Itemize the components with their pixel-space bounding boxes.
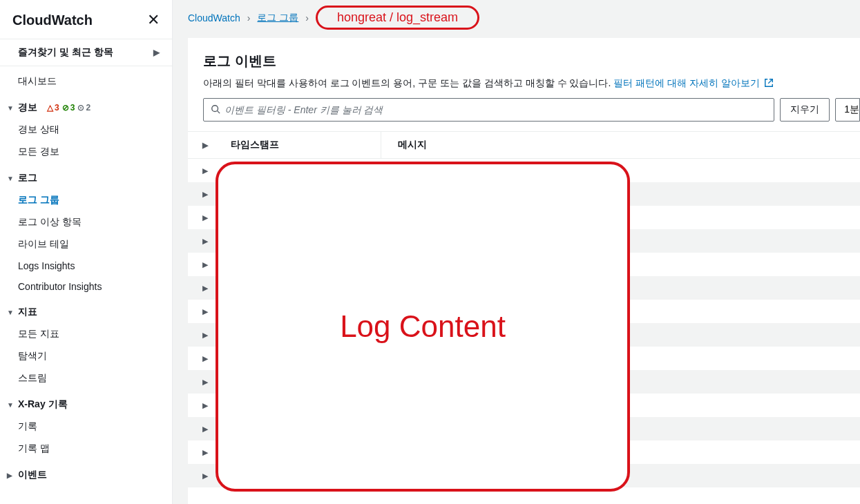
sidebar-item-traces[interactable]: 기록 (0, 416, 172, 438)
sidebar-group-metrics-title[interactable]: ▼ 지표 (0, 301, 172, 323)
alarm-red-count: 3 (55, 103, 59, 113)
clear-button[interactable]: 지우기 (780, 98, 830, 122)
card-desc-text: 아래의 필터 막대를 사용하여 로그 이벤트의 용어, 구문 또는 값을 검색하… (203, 77, 613, 88)
sidebar-item-explorer[interactable]: 탐색기 (0, 345, 172, 367)
sidebar-item-alarm-state[interactable]: 경보 상태 (0, 119, 172, 141)
xray-label: X-Ray 기록 (18, 398, 68, 411)
sidebar-item-stream[interactable]: 스트림 (0, 367, 172, 389)
table-header: ▶ 타임스탬프 메시지 (188, 131, 860, 159)
alarm-badges: △3 ⊘3 ⊙2 (47, 103, 90, 113)
search-input[interactable] (224, 104, 767, 115)
time-range-button[interactable]: 1분 (835, 98, 860, 122)
sidebar-group-events: ▶ 이벤트 (0, 464, 172, 486)
sidebar-item-live-tail[interactable]: 라이브 테일 (0, 233, 172, 255)
chevron-right-icon: ▶ (153, 48, 160, 57)
sidebar-group-metrics: ▼ 지표 모든 지표 탐색기 스트림 (0, 301, 172, 389)
sidebar-group-xray: ▼ X-Ray 기록 기록 기록 맵 (0, 394, 172, 460)
caret-down-icon: ▼ (7, 401, 14, 409)
alarm-grey-count: 2 (86, 103, 90, 113)
alarm-green-count: 3 (70, 103, 75, 113)
card-title: 로그 이벤트 (203, 52, 860, 77)
search-icon (211, 104, 220, 116)
sidebar-favorites[interactable]: 즐겨찾기 및 최근 항목 ▶ (0, 39, 172, 66)
logs-label: 로그 (18, 172, 37, 184)
sidebar-group-events-title[interactable]: ▶ 이벤트 (0, 464, 172, 486)
sidebar-item-log-groups[interactable]: 로그 그룹 (0, 189, 172, 211)
alarm-check-icon: ⊘3 (62, 103, 75, 113)
sidebar-group-alarms-title[interactable]: ▼ 경보 △3 ⊘3 ⊙2 (0, 97, 172, 119)
caret-right-icon: ▶ (202, 141, 208, 150)
sidebar-group-logs: ▼ 로그 로그 그룹 로그 이상 항목 라이브 테일 Logs Insights… (0, 167, 172, 297)
close-icon[interactable]: ✕ (147, 11, 160, 29)
alarms-label: 경보 (18, 101, 37, 114)
svg-point-0 (212, 105, 218, 111)
sidebar-item-log-anomalies[interactable]: 로그 이상 항목 (0, 211, 172, 233)
sidebar-group-alarms: ▼ 경보 △3 ⊘3 ⊙2 경보 상태 모든 경보 (0, 97, 172, 163)
breadcrumb-current-label: hongreat / log_stream (337, 10, 458, 25)
sidebar-header: CloudWatch ✕ (0, 0, 172, 35)
metrics-label: 지표 (18, 306, 37, 318)
sidebar-item-trace-map[interactable]: 기록 맵 (0, 438, 172, 460)
search-input-wrap[interactable] (203, 98, 774, 122)
sidebar-item-logs-insights[interactable]: Logs Insights (0, 255, 172, 276)
alarm-circle-icon: ⊙2 (77, 103, 90, 113)
sidebar-group-xray-title[interactable]: ▼ X-Ray 기록 (0, 394, 172, 416)
breadcrumb-cloudwatch[interactable]: CloudWatch (188, 12, 240, 23)
caret-down-icon: ▼ (7, 175, 14, 182)
caret-right-icon: ▶ (7, 472, 14, 479)
sidebar-nav: 대시보드 ▼ 경보 △3 ⊘3 ⊙2 경보 상태 모든 경보 ▼ 로그 (0, 66, 172, 486)
favorites-label: 즐겨찾기 및 최근 항목 (18, 46, 113, 59)
filter-pattern-link[interactable]: 필터 패턴에 대해 자세히 알아보기 (613, 77, 773, 88)
log-events-card: 로그 이벤트 아래의 필터 막대를 사용하여 로그 이벤트의 용어, 구문 또는… (188, 38, 860, 504)
chevron-right-icon: › (305, 12, 309, 23)
time-range-label: 1분 (844, 104, 859, 116)
caret-down-icon: ▼ (7, 309, 14, 316)
col-timestamp[interactable]: 타임스탬프 (222, 132, 381, 158)
sidebar-item-contributor-insights[interactable]: Contributor Insights (0, 276, 172, 297)
col-message[interactable]: 메시지 (381, 132, 860, 158)
filter-pattern-link-label: 필터 패턴에 대해 자세히 알아보기 (613, 77, 760, 88)
breadcrumb-current-highlight: hongreat / log_stream (316, 6, 479, 30)
sidebar-group-logs-title[interactable]: ▼ 로그 (0, 167, 172, 189)
overlay-label: Log Content (340, 309, 506, 344)
log-content-overlay: Log Content (216, 162, 630, 492)
sidebar-item-all-metrics[interactable]: 모든 지표 (0, 323, 172, 345)
breadcrumb: CloudWatch › 로그 그룹 › hongreat / log_stre… (173, 0, 860, 38)
app-title: CloudWatch (12, 12, 93, 28)
main-content: CloudWatch › 로그 그룹 › hongreat / log_stre… (173, 0, 860, 504)
alarm-triangle-icon: △3 (47, 103, 59, 113)
caret-down-icon: ▼ (7, 104, 14, 112)
search-row: 지우기 1분 (203, 98, 860, 131)
table-rows: ▶▶▶▶▶▶▶▶▶▶▶▶▶▶ Log Content (188, 159, 860, 504)
sidebar-item-dashboard[interactable]: 대시보드 (0, 70, 172, 93)
events-label: 이벤트 (18, 469, 47, 481)
expand-all-toggle[interactable]: ▶ (188, 132, 222, 158)
external-link-icon (764, 78, 774, 90)
chevron-right-icon: › (247, 12, 251, 23)
sidebar-item-all-alarms[interactable]: 모든 경보 (0, 141, 172, 163)
sidebar: CloudWatch ✕ 즐겨찾기 및 최근 항목 ▶ 대시보드 ▼ 경보 △3… (0, 0, 173, 504)
card-description: 아래의 필터 막대를 사용하여 로그 이벤트의 용어, 구문 또는 값을 검색하… (203, 77, 860, 98)
breadcrumb-log-groups[interactable]: 로그 그룹 (257, 12, 298, 24)
